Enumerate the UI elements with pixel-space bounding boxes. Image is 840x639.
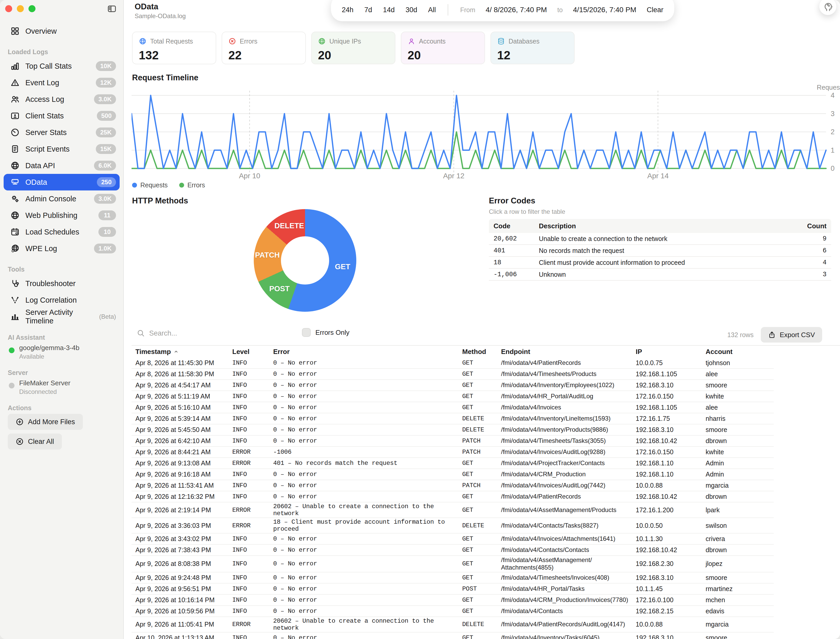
cell-endpoint: /fmi/odata/v4/PatientRecords [501,493,636,501]
column-method[interactable]: Method [462,348,501,356]
sidebar-item-script-events[interactable]: Script Events15K [4,141,120,157]
cell-timestamp: Apr 9, 2026 at 3:36:03 PM [135,522,232,529]
column-error[interactable]: Error [273,348,462,356]
table-row[interactable]: Apr 9, 2026 at 11:05:41 PMERROR20602 – U… [132,617,774,633]
table-row[interactable]: Apr 9, 2026 at 9:56:51 PMINFO0 – No erro… [132,583,774,595]
sidebar-item-access-log[interactable]: Access Log3.0K [4,91,120,108]
table-row[interactable]: Apr 9, 2026 at 3:36:03 PMERROR18 – Clien… [132,518,774,534]
column-endpoint[interactable]: Endpoint [501,348,636,356]
range-button-7d[interactable]: 7d [365,6,372,14]
table-row[interactable]: Apr 9, 2026 at 5:11:19 AMINFO0 – No erro… [132,391,774,402]
sidebar-item-overview[interactable]: Overview [4,23,120,40]
table-row[interactable]: Apr 9, 2026 at 5:16:10 AMINFO0 – No erro… [132,402,774,413]
sidebar-item-wpe-log[interactable]: WPE Log1.0K [4,240,120,257]
sidebar-item-log-correlation[interactable]: Log Correlation [4,292,120,308]
donut-label-patch: PATCH [255,251,280,259]
table-row[interactable]: Apr 9, 2026 at 10:16:14 PMINFO0 – No err… [132,595,774,606]
table-row[interactable]: Apr 9, 2026 at 4:54:17 AMINFO0 – No erro… [132,380,774,391]
from-date-field[interactable]: 4/ 8/2026, 7:40 PM [486,6,547,14]
cell-ip: 10.1.1.45 [636,585,705,593]
table-row[interactable]: Apr 9, 2026 at 12:16:32 PMINFO0 – No err… [132,491,774,502]
error-code-row[interactable]: 401No records match the request6 [489,245,831,257]
table-row[interactable]: Apr 10, 2026 at 1:13:13 AMINFO0 – No err… [132,633,774,639]
cell-account: nharris [705,415,774,422]
table-row[interactable]: Apr 9, 2026 at 9:24:48 PMINFO0 – No erro… [132,572,774,583]
minimize-button[interactable] [17,5,24,12]
clear-all-button[interactable]: Clear All [8,434,62,450]
sidebar-item-client-stats[interactable]: Client Stats500 [4,108,120,124]
column-account[interactable]: Account [705,348,774,356]
cell-timestamp: Apr 9, 2026 at 6:42:10 AM [135,437,232,445]
clear-range-button[interactable]: Clear [647,6,663,14]
errors-only-toggle[interactable]: Errors Only [302,328,349,337]
table-row[interactable]: Apr 9, 2026 at 2:19:14 PMERROR20602 – Un… [132,502,774,518]
errors-only-checkbox[interactable] [302,328,311,337]
sidebar-item-web-publishing[interactable]: Web Publishing11 [4,207,120,224]
server-icon [10,178,20,187]
error-code-row[interactable]: 18Client must provide account informatio… [489,257,831,269]
sidebar-item-event-log[interactable]: Event Log12K [4,75,120,91]
cell-level: ERROR [232,522,273,529]
sidebar-item-label: Overview [25,27,57,35]
cell-level: INFO [232,596,273,604]
timeline-legend: RequestsErrors [132,181,205,189]
table-row[interactable]: Apr 9, 2026 at 6:42:10 AMINFO0 – No erro… [132,436,774,447]
error-code-row[interactable]: 20,602Unable to create a connection to t… [489,233,831,245]
stethoscope-icon [10,279,20,288]
sidebar-item-admin-console[interactable]: Admin Console3.0K [4,191,120,207]
table-row[interactable]: Apr 9, 2026 at 9:13:08 AMERROR401 – No r… [132,458,774,469]
sidebar-item-load-schedules[interactable]: Load Schedules10 [4,224,120,240]
cell-level: INFO [232,493,273,500]
cell-ip: 10.0.0.88 [636,482,705,489]
cell-timestamp: Apr 9, 2026 at 4:54:17 AM [135,381,232,389]
zoom-button[interactable] [29,5,35,12]
table-row[interactable]: Apr 8, 2026 at 11:45:30 PMINFO0 – No err… [132,358,774,369]
table-row[interactable]: Apr 9, 2026 at 5:45:50 AMINFO0 – No erro… [132,424,774,436]
sidebar-item-server-stats[interactable]: Server Stats25K [4,124,120,141]
table-row[interactable]: Apr 9, 2026 at 11:53:41 AMINFO0 – No err… [132,480,774,491]
main-content: OData Sample-OData.log 24h7d14d30dAll Fr… [124,0,840,639]
stat-label: Databases [509,38,540,45]
table-row[interactable]: Apr 9, 2026 at 8:08:38 PMINFO0 – No erro… [132,556,774,572]
range-button-all[interactable]: All [428,6,436,14]
cell-error: -1006 [273,448,462,456]
table-row[interactable]: Apr 9, 2026 at 5:39:14 AMINFO0 – No erro… [132,413,774,424]
cell-account: tjohnson [705,359,774,367]
column-ip[interactable]: IP [636,348,705,356]
traffic-lights [5,5,35,12]
range-button-14d[interactable]: 14d [383,6,395,14]
search-input[interactable]: Search... [137,329,177,337]
column-timestamp[interactable]: Timestamp [135,348,232,356]
to-date-field[interactable]: 4/15/2026, 7:40 PM [573,6,636,14]
cell-ip: 10.1.1.30 [636,535,705,543]
table-row[interactable]: Apr 9, 2026 at 3:43:02 PMINFO0 – No erro… [132,534,774,545]
error-code-row[interactable]: -1,006Unknown3 [489,269,831,281]
cell-error: 0 – No error [273,596,462,604]
sidebar-toggle-icon[interactable] [106,4,117,13]
close-button[interactable] [5,5,12,12]
error-codes-header: Code Description Count [489,219,831,233]
column-level[interactable]: Level [232,348,273,356]
table-row[interactable]: Apr 9, 2026 at 10:59:56 PMINFO0 – No err… [132,606,774,617]
cell-timestamp: Apr 9, 2026 at 12:16:32 PM [135,493,232,501]
ai-assistant-button[interactable] [819,0,836,15]
server-status: FileMaker Server Disconnected [9,379,123,396]
cell-ip: 192.168.3.10 [636,426,705,434]
cell-timestamp: Apr 9, 2026 at 8:08:38 PM [135,560,232,567]
sidebar-item-top-call-stats[interactable]: Top Call Stats10K [4,58,120,75]
export-csv-button[interactable]: Export CSV [761,327,822,343]
sidebar-item-data-api[interactable]: Data API6.0K [4,157,120,174]
table-row[interactable]: Apr 9, 2026 at 9:16:18 AMINFO0 – No erro… [132,469,774,480]
range-button-24h[interactable]: 24h [342,6,353,14]
range-button-30d[interactable]: 30d [406,6,417,14]
add-more-files-button[interactable]: Add More Files [8,414,83,430]
cell-method: GET [462,471,501,478]
table-row[interactable]: Apr 8, 2026 at 11:58:30 PMINFO0 – No err… [132,369,774,380]
table-row[interactable]: Apr 9, 2026 at 7:38:43 PMINFO0 – No erro… [132,545,774,556]
cell-endpoint: /fmi/odata/v4/Contacts [501,607,636,615]
cell-error: 0 – No error [273,608,462,615]
sidebar-item-troubleshooter[interactable]: Troubleshooter [4,275,120,292]
sidebar-item-odata[interactable]: OData250 [4,174,120,191]
sidebar-item-server-activity-timeline[interactable]: Server Activity Timeline(Beta) [4,308,120,325]
table-row[interactable]: Apr 9, 2026 at 8:44:21 AMERROR-1006PATCH… [132,447,774,458]
